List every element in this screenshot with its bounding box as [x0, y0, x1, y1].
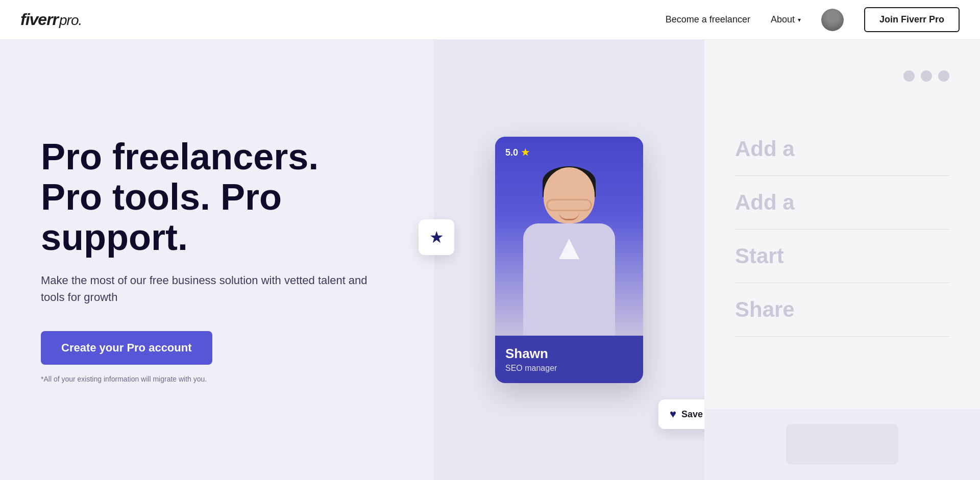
card-info: Shawn SEO manager [495, 336, 643, 383]
card-rating: 5.0 ★ [505, 147, 529, 158]
user-avatar[interactable] [821, 9, 844, 31]
card-column: ★ 5.0 ★ [434, 40, 704, 480]
person-smile [559, 212, 579, 220]
logo[interactable]: fiverrpro. [20, 10, 82, 29]
about-menu[interactable]: About ▾ [771, 14, 801, 25]
freelancer-role: SEO manager [505, 364, 633, 373]
join-fiverr-pro-button[interactable]: Join Fiverr Pro [864, 7, 960, 32]
logo-text: fiverrpro. [20, 10, 82, 29]
chevron-down-icon: ▾ [798, 16, 801, 23]
create-pro-account-button[interactable]: Create your Pro account [41, 331, 212, 365]
become-freelancer-link[interactable]: Become a freelancer [666, 14, 750, 25]
disclaimer-text: *All of your existing information will m… [41, 375, 393, 383]
main-content: Pro freelancers. Pro tools. Pro support.… [0, 40, 980, 480]
menu-item-4[interactable]: Share [735, 283, 949, 337]
nav: Become a freelancer About ▾ Join Fiverr … [666, 7, 960, 32]
menu-item-3[interactable]: Start [735, 230, 949, 283]
menu-item-2[interactable]: Add a [735, 176, 949, 230]
dot-3 [938, 70, 949, 82]
heart-icon: ♥ [670, 408, 676, 421]
dot-1 [903, 70, 915, 82]
avatar-image [821, 9, 844, 31]
dots-row [903, 70, 949, 82]
bottom-strip [704, 409, 980, 480]
dot-2 [921, 70, 932, 82]
freelancer-card: 5.0 ★ [495, 137, 643, 383]
menu-item-text-4: Share [735, 297, 795, 321]
bottom-card [786, 424, 898, 465]
person-illustration [503, 162, 635, 336]
hero-title-line1: Pro freelancers. [41, 136, 318, 177]
menu-item-text-3: Start [735, 244, 784, 268]
menu-item-text-2: Add a [735, 190, 795, 214]
star-icon: ★ [429, 228, 444, 247]
person-glasses [546, 199, 592, 211]
hero-title-line2: Pro tools. Pro support. [41, 176, 282, 258]
hero-subtitle: Make the most of our free business solut… [41, 272, 368, 306]
star-badge: ★ [419, 219, 454, 255]
hero-section: Pro freelancers. Pro tools. Pro support.… [0, 40, 434, 480]
header: fiverrpro. Become a freelancer About ▾ J… [0, 0, 980, 40]
menu-item-1[interactable]: Add a [735, 122, 949, 176]
about-label: About [771, 14, 795, 25]
freelancer-name: Shawn [505, 346, 633, 362]
far-right-column: Add a Add a Start Share [704, 40, 980, 480]
rating-star-icon: ★ [521, 147, 529, 158]
card-image: 5.0 ★ [495, 137, 643, 336]
right-panel: ★ 5.0 ★ [434, 40, 980, 480]
person-body [523, 223, 615, 336]
rating-value: 5.0 [505, 147, 518, 158]
person-head [544, 167, 595, 223]
person-collar [559, 239, 579, 259]
menu-items: Add a Add a Start Share [735, 122, 949, 337]
hero-title: Pro freelancers. Pro tools. Pro support. [41, 137, 393, 258]
menu-item-text-1: Add a [735, 137, 795, 161]
